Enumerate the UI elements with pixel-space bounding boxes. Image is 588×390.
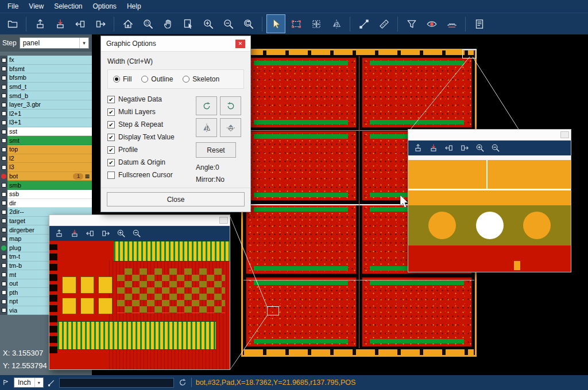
layer-label[interactable]: l3+1 bbox=[7, 118, 92, 127]
layer-visibility-cell[interactable] bbox=[0, 235, 7, 244]
box-left-button[interactable] bbox=[442, 142, 456, 154]
layer-label[interactable]: l2 bbox=[7, 154, 92, 163]
fill-mode-fill[interactable]: Fill bbox=[113, 75, 131, 83]
option-datum-origin[interactable]: ✔Datum & Origin bbox=[107, 158, 196, 166]
box-right-button[interactable] bbox=[457, 142, 471, 154]
layer-visibility-cell[interactable] bbox=[0, 306, 7, 315]
menu-item-selection[interactable]: Selection bbox=[49, 0, 87, 13]
layer-checkbox[interactable] bbox=[2, 76, 6, 80]
zoom-in-button[interactable] bbox=[473, 142, 487, 154]
zoom-in-button[interactable] bbox=[199, 14, 218, 33]
layer-checkbox[interactable] bbox=[2, 228, 6, 232]
layer-visibility-cell[interactable] bbox=[0, 262, 7, 271]
layer-checkbox[interactable] bbox=[2, 263, 6, 268]
layer-row-smb[interactable]: smb bbox=[0, 181, 92, 190]
box-down-button[interactable] bbox=[67, 227, 82, 240]
layer-label[interactable]: ssb bbox=[7, 190, 92, 199]
magnifier-window-a[interactable] bbox=[49, 214, 230, 370]
layer-visibility-cell[interactable] bbox=[0, 145, 7, 154]
layer-checkbox[interactable] bbox=[2, 282, 6, 286]
menu-item-file[interactable]: File bbox=[2, 0, 24, 13]
layer-checkbox[interactable] bbox=[2, 219, 6, 223]
ruler-button[interactable] bbox=[374, 14, 393, 33]
window-control-icon[interactable] bbox=[560, 131, 569, 138]
view-area-button[interactable] bbox=[179, 14, 198, 33]
next-step-button[interactable] bbox=[91, 14, 110, 33]
box-up-button[interactable] bbox=[411, 142, 425, 154]
layer-visibility-cell[interactable] bbox=[0, 279, 7, 288]
command-input[interactable] bbox=[59, 378, 174, 388]
measure-distance-button[interactable] bbox=[354, 14, 373, 33]
pan-button[interactable] bbox=[158, 14, 177, 33]
window-control-icon[interactable] bbox=[219, 217, 228, 224]
layer-checkbox[interactable] bbox=[2, 290, 6, 295]
layer-checkbox[interactable] bbox=[2, 272, 6, 277]
layer-checkbox[interactable] bbox=[2, 299, 6, 304]
layer-row-bfsmt[interactable]: bfsmt bbox=[0, 65, 92, 74]
box-down-button[interactable] bbox=[426, 142, 440, 154]
home-view-button[interactable] bbox=[118, 14, 137, 33]
layer-row-ssb[interactable]: ssb bbox=[0, 190, 92, 199]
dialog-titlebar[interactable]: Graphic Options bbox=[101, 36, 250, 52]
layer-visibility-cell[interactable] bbox=[0, 136, 7, 145]
layer-checkbox[interactable] bbox=[2, 103, 6, 107]
layer-checkbox[interactable] bbox=[2, 237, 6, 241]
zoom-in-button[interactable] bbox=[114, 227, 128, 240]
option-fullscreen-cursor[interactable]: Fullscreen Cursor bbox=[107, 171, 196, 179]
layer-checkbox[interactable] bbox=[2, 183, 6, 188]
layer-label[interactable]: smb bbox=[7, 181, 92, 190]
box-right-button[interactable] bbox=[98, 227, 113, 240]
prev-step-button[interactable] bbox=[71, 14, 90, 33]
layer-checkbox[interactable] bbox=[2, 85, 6, 89]
magnifier-window-b[interactable] bbox=[408, 129, 571, 272]
mirror-v-button[interactable] bbox=[220, 118, 241, 137]
layer-row-top[interactable]: top bbox=[0, 145, 92, 154]
magnifier-b-titlebar[interactable] bbox=[408, 130, 571, 141]
layer-visibility-cell[interactable] bbox=[0, 83, 7, 92]
option-multi-layers[interactable]: ✔Multi Layers bbox=[107, 108, 196, 116]
layer-row-bot[interactable]: bot1▦ bbox=[0, 172, 92, 181]
layer-label[interactable]: fx bbox=[7, 56, 92, 65]
layer-checkbox[interactable] bbox=[2, 120, 6, 125]
menu-item-help[interactable]: Help bbox=[122, 0, 146, 13]
import-down-button[interactable] bbox=[51, 14, 69, 33]
layer-visibility-cell[interactable] bbox=[0, 118, 7, 127]
layer-checkbox[interactable] bbox=[2, 201, 6, 205]
magnifier-a-titlebar[interactable] bbox=[49, 215, 230, 226]
layer-label[interactable]: bfsmb bbox=[7, 73, 92, 83]
layer-visibility-cell[interactable] bbox=[0, 270, 7, 279]
layer-checkbox[interactable] bbox=[2, 156, 6, 161]
layer-row-l3[interactable]: l3 bbox=[0, 163, 92, 172]
layer-checkbox[interactable] bbox=[2, 210, 6, 214]
layer-visibility-cell[interactable] bbox=[0, 199, 7, 208]
layer-visibility-cell[interactable] bbox=[0, 243, 7, 252]
layer-row-l3+1[interactable]: l3+1 bbox=[0, 118, 92, 127]
layer-checkbox[interactable] bbox=[2, 192, 6, 197]
layer-row-bfsmb[interactable]: bfsmb bbox=[0, 73, 92, 83]
box-left-button[interactable] bbox=[83, 227, 97, 240]
layer-visibility-cell[interactable] bbox=[0, 127, 7, 136]
layer-row-l2+1[interactable]: l2+1 bbox=[0, 110, 92, 119]
rotate-cw-button[interactable] bbox=[196, 96, 217, 115]
layer-row-smt[interactable]: smt bbox=[0, 136, 92, 145]
layer-checkbox[interactable] bbox=[2, 147, 6, 152]
import-up-button[interactable] bbox=[30, 14, 49, 33]
mirror-h-button[interactable] bbox=[196, 118, 217, 137]
unit-select[interactable]: Inch bbox=[14, 377, 44, 388]
layer-visibility-cell[interactable] bbox=[0, 252, 7, 262]
layer-row-dir[interactable]: dir bbox=[0, 199, 92, 208]
layer-label[interactable]: dir bbox=[7, 199, 92, 208]
layer-visibility-cell[interactable] bbox=[0, 288, 7, 297]
layer-row-fx[interactable]: fx bbox=[0, 56, 92, 65]
layer-checkbox[interactable] bbox=[2, 67, 6, 71]
layer-checkbox[interactable] bbox=[2, 58, 6, 63]
layer-label[interactable]: layer_3.gbr bbox=[7, 100, 92, 110]
zoom-window-button[interactable] bbox=[138, 14, 157, 33]
rotate-ccw-button[interactable] bbox=[220, 96, 241, 115]
rect-select-button[interactable] bbox=[287, 14, 305, 33]
zoom-previous-button[interactable] bbox=[239, 14, 258, 33]
option-step-repeat[interactable]: ✔Step & Repeat bbox=[107, 120, 196, 128]
net-trace-button[interactable] bbox=[442, 14, 461, 33]
layer-label[interactable]: l2+1 bbox=[7, 110, 92, 119]
fill-mode-outline[interactable]: Outline bbox=[141, 75, 173, 83]
